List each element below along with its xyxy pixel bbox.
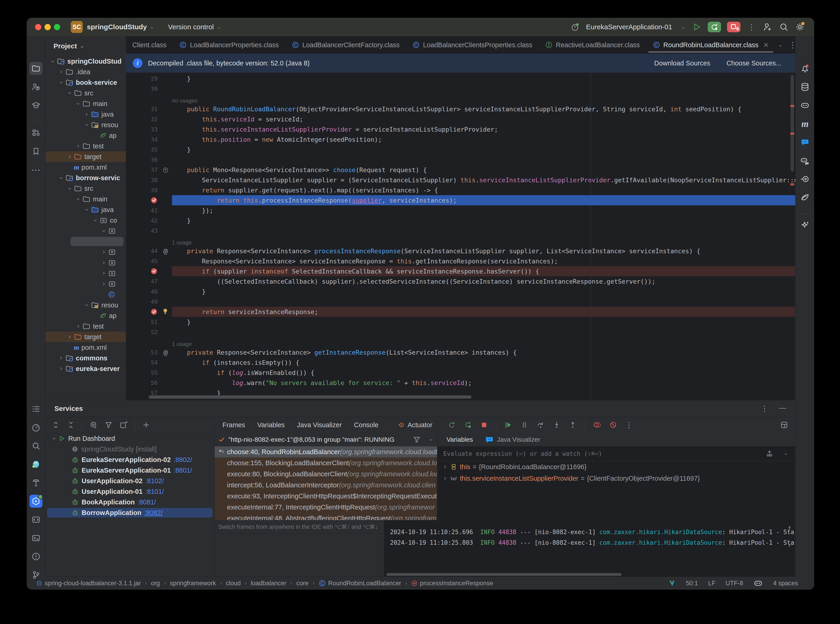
more-icon[interactable]: ⋯ <box>29 164 42 176</box>
chevron-down-icon[interactable] <box>93 218 99 223</box>
run-config-selector[interactable]: EurekaServerApplication-01 <box>586 23 672 31</box>
copilot-chat-icon[interactable] <box>798 154 811 167</box>
project-tree-row[interactable]: co <box>45 215 126 226</box>
variables-tab-variables[interactable]: Variables <box>447 436 473 443</box>
chevron-down-icon[interactable] <box>84 122 91 128</box>
chevron-right-icon[interactable] <box>67 154 74 159</box>
error-stripe-mark[interactable] <box>790 183 794 185</box>
stack-frame-row[interactable]: execute:93, InterceptingClientHttpReques… <box>215 491 437 502</box>
breakpoint-icon[interactable] <box>142 267 158 275</box>
rerun-debug-icon[interactable] <box>464 421 472 429</box>
project-tree-row[interactable] <box>45 236 126 247</box>
new-tab-icon[interactable] <box>120 421 128 429</box>
minimize-window-button[interactable] <box>45 24 51 30</box>
service-row[interactable]: UserApplication-01:8101/ <box>45 486 214 497</box>
project-tree-row[interactable]: ap <box>45 130 126 141</box>
status-segment[interactable]: 4 spaces <box>773 580 798 587</box>
view-breakpoints-icon[interactable] <box>593 421 601 429</box>
chevron-down-icon[interactable] <box>75 101 82 107</box>
service-port-link[interactable]: :8801/ <box>173 466 192 474</box>
debugger-tab-console[interactable]: Console <box>354 421 379 429</box>
find-icon[interactable] <box>29 439 42 453</box>
breadcrumb-item[interactable]: spring-cloud-loadbalancer-3.1.1.jar <box>36 580 141 587</box>
chevron-down-icon[interactable]: ⌄ <box>778 43 783 47</box>
project-tree-row[interactable]: test <box>45 321 126 332</box>
breadcrumb-item[interactable]: org <box>151 580 160 587</box>
learn-icon[interactable] <box>29 99 42 112</box>
project-tree-row[interactable]: target <box>45 151 126 162</box>
chevron-down-icon[interactable] <box>67 90 74 96</box>
status-segment[interactable]: LF <box>708 580 716 587</box>
notifications-icon[interactable] <box>798 62 811 75</box>
service-port-link[interactable]: :8082/ <box>144 509 163 517</box>
project-tree-row[interactable]: eureka-server <box>45 363 126 374</box>
chevron-right-icon[interactable] <box>67 334 74 340</box>
chevron-down-icon[interactable] <box>101 228 108 234</box>
project-tree-row[interactable]: test <box>45 141 126 151</box>
chevron-right-icon[interactable] <box>101 270 108 276</box>
terminal-icon[interactable] <box>29 531 42 545</box>
search-everywhere-icon[interactable] <box>779 22 789 32</box>
error-stripe-mark[interactable] <box>790 133 794 135</box>
rerun-debug-button[interactable] <box>708 22 721 32</box>
project-tree-row[interactable]: resou <box>45 120 126 130</box>
breakpoint-icon[interactable] <box>142 308 158 315</box>
rerun-icon[interactable] <box>448 421 456 429</box>
chevron-right-icon[interactable] <box>101 260 108 266</box>
status-segment[interactable]: 50:1 <box>686 580 698 587</box>
implements-icon[interactable] <box>159 165 172 175</box>
zoom-window-button[interactable] <box>54 24 60 30</box>
stop-button[interactable]: 6 <box>727 22 740 32</box>
tab-options-icon[interactable]: ⋮ <box>789 40 795 49</box>
service-row[interactable]: UserApplication-02:8102/ <box>45 476 214 486</box>
plugin-v-icon[interactable] <box>668 579 676 587</box>
service-port-link[interactable]: :8101/ <box>145 488 164 496</box>
expand-all-icon[interactable] <box>52 421 60 429</box>
project-tree-row[interactable]: commons <box>45 353 126 363</box>
stack-frame-row[interactable]: executeInternal:77, InterceptingClientHt… <box>215 502 437 513</box>
variables-tab-java-visualizer[interactable]: Java Visualizer <box>484 435 540 445</box>
breakpoint-icon[interactable] <box>142 196 158 204</box>
chevron-down-icon[interactable]: ⌄ <box>784 451 787 456</box>
scroll-up-icon[interactable]: ↑ <box>787 524 792 531</box>
service-port-link[interactable]: :8081/ <box>138 499 156 506</box>
service-row[interactable]: BorrowApplication:8082/ <box>45 507 214 518</box>
chevron-right-icon[interactable] <box>442 476 450 481</box>
copilot-icon[interactable] <box>798 99 811 112</box>
structure-icon[interactable] <box>29 127 42 139</box>
intention-bulb-icon[interactable] <box>162 307 169 315</box>
chevron-down-icon[interactable] <box>75 196 82 202</box>
console-hscrollbar[interactable] <box>386 573 622 576</box>
chevron-down-icon[interactable] <box>58 80 65 85</box>
step-out-icon[interactable] <box>569 421 577 429</box>
filter-icon[interactable] <box>413 436 421 444</box>
usages-inlay-hint[interactable]: no usages <box>172 97 198 104</box>
problems-icon[interactable] <box>29 550 42 563</box>
editor-tab[interactable]: ReactiveLoadBalancer.class <box>539 36 646 54</box>
usages-inlay-hint[interactable]: 1 usage <box>172 239 192 246</box>
tab-actuator[interactable]: Actuator <box>398 421 432 429</box>
more-actions-icon[interactable]: ⋮ <box>746 22 756 32</box>
project-tree-row[interactable]: java <box>45 204 126 215</box>
chevron-right-icon[interactable] <box>101 249 108 255</box>
project-tree-row[interactable]: springCloudStud <box>45 56 126 66</box>
thread-selector[interactable]: "http-nio-8082-exec-1"@8,053 in group "m… <box>215 433 437 446</box>
chevron-down-icon[interactable] <box>84 302 91 308</box>
chevron-right-icon[interactable] <box>84 111 91 117</box>
project-tree-row[interactable]: borrow-servic <box>45 173 126 183</box>
chevron-down-icon[interactable] <box>84 207 91 212</box>
editor-tab[interactable]: LoadBalancerClientFactory.class <box>285 36 406 54</box>
project-tree-row[interactable]: target <box>45 332 126 342</box>
service-port-link[interactable]: :8102/ <box>145 477 164 485</box>
debugger-tab-variables[interactable]: Variables <box>257 421 285 429</box>
watch-input[interactable]: Evaluate expression (⏎) or add a watch (… <box>437 446 795 461</box>
variable-row[interactable]: this={RoundRobinLoadBalancer@11696} <box>437 461 795 473</box>
usages-inlay-hint[interactable]: 1 usage <box>172 341 192 347</box>
project-tree-row[interactable]: book-service <box>45 77 126 88</box>
collapse-all-icon[interactable] <box>67 421 75 429</box>
services-icon[interactable] <box>29 495 42 508</box>
stack-frame-row[interactable]: choose:155, BlockingLoadBalancerClient (… <box>215 457 437 468</box>
chevron-down-icon[interactable] <box>51 436 58 441</box>
chat-icon[interactable] <box>798 136 811 148</box>
project-tree-row[interactable] <box>45 247 126 257</box>
